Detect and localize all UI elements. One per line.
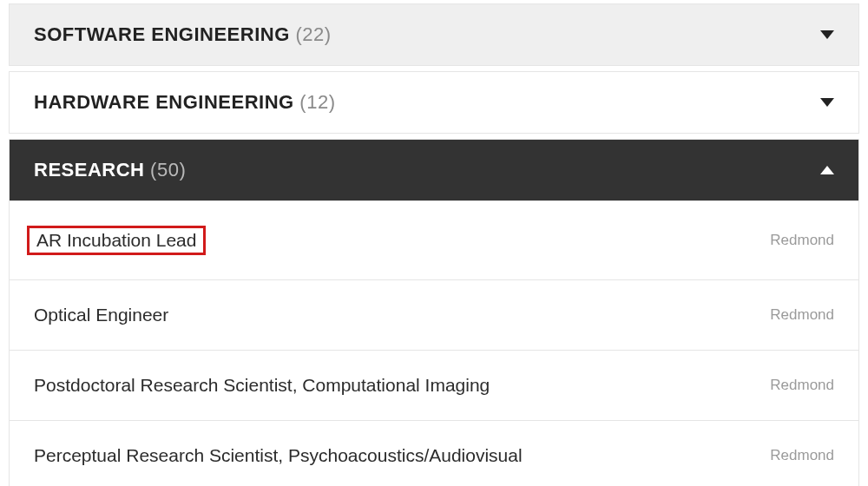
category-label: SOFTWARE ENGINEERING 22 bbox=[34, 23, 332, 46]
job-title: AR Incubation Lead bbox=[34, 226, 206, 255]
category-count: 50 bbox=[150, 159, 186, 181]
job-location: Redmond bbox=[770, 306, 834, 324]
category-hardware-engineering[interactable]: HARDWARE ENGINEERING 12 bbox=[9, 71, 859, 134]
chevron-down-icon bbox=[820, 30, 834, 39]
job-location: Redmond bbox=[770, 232, 834, 249]
job-title: Postdoctoral Research Scientist, Computa… bbox=[34, 375, 490, 396]
svg-marker-2 bbox=[820, 166, 834, 174]
job-row[interactable]: Perceptual Research Scientist, Psychoaco… bbox=[9, 421, 859, 486]
job-location: Redmond bbox=[770, 377, 834, 394]
job-row[interactable]: Optical Engineer Redmond bbox=[9, 280, 859, 351]
svg-marker-0 bbox=[820, 30, 834, 39]
category-name: HARDWARE ENGINEERING bbox=[34, 91, 294, 113]
category-name: SOFTWARE ENGINEERING bbox=[34, 23, 290, 45]
category-name: RESEARCH bbox=[34, 159, 144, 181]
category-software-engineering[interactable]: SOFTWARE ENGINEERING 22 bbox=[9, 3, 859, 66]
highlight-annotation: AR Incubation Lead bbox=[27, 226, 206, 255]
job-title: Optical Engineer bbox=[34, 305, 168, 325]
job-title: Perceptual Research Scientist, Psychoaco… bbox=[34, 445, 523, 466]
category-research[interactable]: RESEARCH 50 bbox=[9, 139, 859, 201]
chevron-down-icon bbox=[820, 98, 834, 107]
job-row[interactable]: Postdoctoral Research Scientist, Computa… bbox=[9, 351, 859, 421]
category-label: RESEARCH 50 bbox=[34, 159, 186, 181]
svg-marker-1 bbox=[820, 98, 834, 107]
category-label: HARDWARE ENGINEERING 12 bbox=[34, 91, 335, 114]
job-listings-panel: SOFTWARE ENGINEERING 22 HARDWARE ENGINEE… bbox=[0, 0, 868, 486]
category-count: 22 bbox=[295, 23, 331, 45]
chevron-up-icon bbox=[820, 166, 834, 174]
category-count: 12 bbox=[299, 91, 335, 113]
job-row[interactable]: AR Incubation Lead Redmond bbox=[9, 201, 859, 280]
job-location: Redmond bbox=[770, 447, 834, 464]
